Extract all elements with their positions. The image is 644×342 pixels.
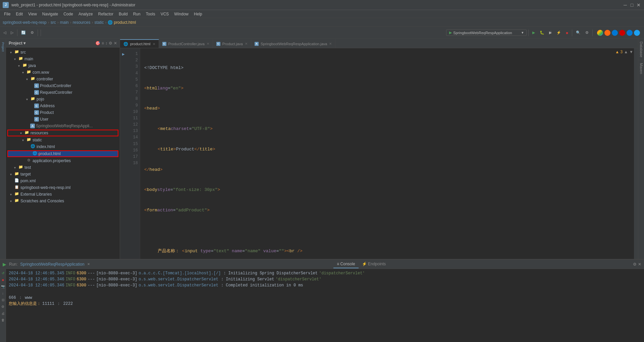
menu-window[interactable]: Window xyxy=(171,11,191,17)
tree-item-resources[interactable]: ▾ 📁 resources xyxy=(7,130,118,136)
opera-icon[interactable] xyxy=(619,30,625,36)
tab-productcontroller[interactable]: C ProductController.java ✕ xyxy=(159,39,213,48)
menu-code[interactable]: Code xyxy=(61,11,76,17)
settings-left-btn[interactable]: ⚙ xyxy=(0,304,6,309)
menu-tools[interactable]: Tools xyxy=(143,11,158,17)
toolbar-settings-btn[interactable]: ⚙ xyxy=(29,29,36,36)
menu-help[interactable]: Help xyxy=(191,11,205,17)
sort-icon[interactable]: ↕ xyxy=(105,41,107,46)
settings-icon-bottom[interactable]: ⚙ xyxy=(633,262,637,267)
menu-refactor[interactable]: Refactor xyxy=(96,11,116,17)
tree-item-user[interactable]: C User xyxy=(6,116,120,123)
breadcrumb-main[interactable]: main xyxy=(60,20,69,25)
toolbar-settings2-btn[interactable]: ⚙ xyxy=(583,29,591,36)
menu-analyze[interactable]: Analyze xyxy=(76,11,96,17)
toolbar-stop-btn[interactable]: ■ xyxy=(564,30,570,36)
maven-panel-btn[interactable]: Maven xyxy=(638,60,644,77)
tree-item-comwxw[interactable]: ▾ 📁 com.wxw xyxy=(6,69,120,76)
menu-edit[interactable]: Edit xyxy=(13,11,25,17)
toolbar-profile-btn[interactable]: ⚡ xyxy=(554,29,563,36)
tab-close-btn[interactable]: ✕ xyxy=(153,42,155,46)
toolbar-coverage-btn[interactable]: ▶̈ xyxy=(547,29,554,36)
toolbar-forward-btn[interactable]: ▷ xyxy=(9,29,15,36)
tree-item-scratches[interactable]: ▾ 📁 Scratches and Consoles xyxy=(6,198,120,204)
menu-vcs[interactable]: VCS xyxy=(158,11,172,17)
toolbar-sync-btn[interactable]: 🔄 xyxy=(19,29,28,36)
menu-navigate[interactable]: Navigate xyxy=(40,11,61,17)
tab-product[interactable]: C Product.java ✕ xyxy=(213,39,251,48)
tree-item-test[interactable]: ▾ 📁 test xyxy=(6,164,120,171)
run-app-name[interactable]: SpringbootWebReqRespApplication xyxy=(20,262,84,267)
toolbar-search-btn[interactable]: 🔍 xyxy=(574,29,583,36)
tree-item-iml[interactable]: 📋 springboot-web-req-resp.iml xyxy=(6,184,120,191)
tree-item-indexhtml[interactable]: 🌐 index.html xyxy=(6,143,120,150)
safari-icon[interactable] xyxy=(634,30,640,36)
toolbar-debug-btn[interactable]: 🐛 xyxy=(538,29,546,36)
chrome-icon[interactable] xyxy=(597,30,603,36)
tree-item-springbootapp[interactable]: A SpringbootWebReqRespAppli... xyxy=(6,123,120,129)
tree-item-target[interactable]: ▾ 📁 target xyxy=(6,171,120,178)
menu-file[interactable]: File xyxy=(1,11,13,17)
tree-item-producthtml[interactable]: 🌐 product.html xyxy=(7,150,118,157)
collapse-all-icon[interactable]: ≡ xyxy=(102,41,104,46)
menu-view[interactable]: View xyxy=(25,11,40,17)
tab-close-btn[interactable]: ✕ xyxy=(207,42,209,46)
breadcrumb-resources[interactable]: resources xyxy=(73,20,91,25)
tree-item-extlibs[interactable]: ▾ 📁 External Libraries xyxy=(6,191,120,198)
firefox-icon[interactable] xyxy=(604,30,610,36)
ie-icon[interactable] xyxy=(612,30,618,36)
menu-run[interactable]: Run xyxy=(130,11,143,17)
settings-icon[interactable]: ⚙ xyxy=(109,41,112,46)
locate-icon[interactable]: 🎯 xyxy=(95,41,100,46)
maximize-button[interactable]: □ xyxy=(629,2,635,8)
toolbar-back-btn[interactable]: ◁ xyxy=(1,29,8,36)
menu-build[interactable]: Build xyxy=(116,11,130,17)
tree-item-pomxml[interactable]: 📄 pom.xml xyxy=(6,178,120,184)
endpoints-tab[interactable]: ⚡ Endpoints xyxy=(359,260,389,268)
tree-item-src[interactable]: ▾ 📁 src xyxy=(6,49,120,56)
minimize-button[interactable]: ─ xyxy=(623,2,628,8)
tree-item-requestcontroller[interactable]: C RequestController xyxy=(6,89,120,96)
tree-item-pojo[interactable]: ▾ 📁 pojo xyxy=(6,96,120,102)
toolbar-run-btn[interactable]: ▶ xyxy=(530,29,537,36)
tab-close-btn[interactable]: ✕ xyxy=(245,42,248,46)
stop-btn[interactable]: ■ xyxy=(0,277,6,282)
tree-item-static[interactable]: ▾ 📁 static xyxy=(6,137,120,143)
warning-badge[interactable]: ▲ 3 xyxy=(615,50,623,54)
tab-product-html[interactable]: 🌐 product.html ✕ xyxy=(120,39,159,48)
tree-item-appproperties[interactable]: ⚙ application.properties xyxy=(6,157,120,164)
camera-btn[interactable]: 📷 xyxy=(0,284,6,289)
fold-btn[interactable]: ⊟ xyxy=(0,297,6,302)
print-btn[interactable]: 🖨 xyxy=(0,311,6,316)
breadcrumb-src[interactable]: src xyxy=(51,20,56,25)
close-button[interactable]: ✕ xyxy=(636,2,641,8)
tree-item-address[interactable]: C Address xyxy=(6,102,120,109)
console-tab[interactable]: ≡ Console xyxy=(333,260,358,268)
database-panel-btn[interactable]: Database xyxy=(638,39,644,60)
rerun-btn[interactable]: ↺ xyxy=(0,270,6,276)
run-config-selector[interactable]: ▶ SpringbootWebReqRespApplication ▾ xyxy=(446,29,527,36)
tree-item-main[interactable]: ▾ 📁 main xyxy=(6,56,120,62)
tree-arrow: ▾ xyxy=(22,138,26,142)
trash-btn[interactable]: 🗑 xyxy=(0,317,6,323)
tree-item-java[interactable]: ▾ 📁 java xyxy=(6,62,120,69)
tab-springbootapp[interactable]: A SpringbootWebReqRespApplication.java ✕ xyxy=(251,39,336,48)
hide-icon[interactable]: ✕ xyxy=(114,41,117,46)
tab-close-btn[interactable]: ✕ xyxy=(329,42,332,46)
breadcrumb-file[interactable]: 🌐 product.html xyxy=(108,20,136,25)
tree-item-productcontroller[interactable]: C ProductController xyxy=(6,82,120,89)
breadcrumb-static[interactable]: static xyxy=(94,20,104,25)
gutter-icon-1[interactable]: ▶ xyxy=(121,51,126,57)
hide-icon-bottom[interactable]: ✕ xyxy=(638,262,641,267)
run-tab-close[interactable]: ✕ xyxy=(87,262,90,266)
project-tool-btn[interactable]: Project xyxy=(0,40,6,54)
scroll-up-btn[interactable]: ▲ xyxy=(624,50,628,54)
tree-item-controller[interactable]: ▾ 📁 controller xyxy=(6,76,120,82)
vertical-scrollbar[interactable] xyxy=(634,48,638,259)
breadcrumb-project[interactable]: springboot-web-req-resp xyxy=(3,20,47,25)
scroll-down-btn[interactable]: ↓ xyxy=(0,290,6,296)
tree-item-product[interactable]: C Product xyxy=(6,109,120,116)
scroll-down-btn[interactable]: ▼ xyxy=(629,50,633,54)
code-editor[interactable]: <!DOCTYPE html> <html lang="en"> <head> … xyxy=(140,48,634,259)
edge-icon[interactable] xyxy=(627,30,633,36)
